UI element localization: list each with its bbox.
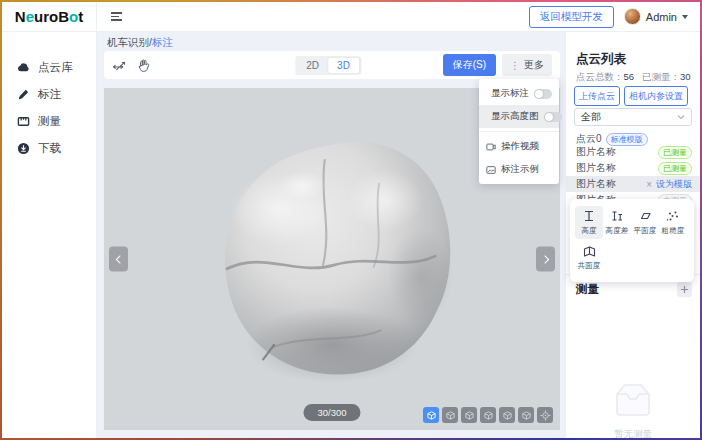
image-name: 图片名称: [576, 145, 616, 159]
coplanarity-icon: [583, 245, 596, 257]
menu-item-annotation-example[interactable]: 标注示例: [479, 158, 559, 181]
download-icon: [17, 142, 30, 155]
image-list-item[interactable]: 图片名称 已测量: [566, 160, 700, 176]
main-area: 机车识别/标注 2D 3D 保存(S) ⋮更多: [97, 32, 565, 438]
tooth-model[interactable]: [187, 131, 477, 403]
reset-view-button[interactable]: [537, 407, 553, 423]
image-pager: 30/300: [303, 404, 360, 421]
view-front-button[interactable]: [423, 407, 439, 423]
canvas-toolbar: 2D 3D 保存(S) ⋮更多: [104, 51, 560, 79]
sidebar-item-measure[interactable]: 测量: [2, 108, 96, 135]
more-button-label: 更多: [524, 58, 544, 72]
view-2d-button[interactable]: 2D: [297, 58, 328, 73]
sidebar-item-label: 点云库: [38, 60, 73, 75]
total-label: 点云总数：: [576, 71, 624, 82]
show-annotation-toggle[interactable]: [534, 89, 552, 99]
measure-empty-state: 暂无测量: [566, 380, 700, 438]
camera-button-label: 相机内参设置: [629, 91, 683, 101]
plus-icon: [680, 285, 689, 294]
breadcrumb: 机车识别/标注: [97, 32, 565, 50]
menu-item-label: 标注示例: [501, 163, 552, 176]
set-template-link[interactable]: 设为模版: [656, 178, 692, 191]
measure-section-header: 测量: [576, 282, 692, 297]
row-actions: × 设为模版: [646, 178, 692, 191]
breadcrumb-parent: 机车识别: [107, 36, 149, 48]
more-button[interactable]: ⋮更多: [502, 54, 552, 76]
view-right-button[interactable]: [518, 407, 534, 423]
hand-grab-icon[interactable]: [137, 58, 151, 73]
crosshair-icon: [540, 410, 551, 421]
tool-label: 平面度: [634, 225, 657, 235]
avatar: [624, 8, 641, 25]
view-left-button[interactable]: [499, 407, 515, 423]
user-menu[interactable]: Admin: [624, 8, 688, 25]
measure-icon: [17, 115, 30, 128]
pan-icon[interactable]: [112, 58, 127, 73]
flatness-icon: [639, 210, 652, 222]
logo-gear-e: e: [26, 8, 34, 25]
menu-item-show-annotation[interactable]: 显示标注: [479, 82, 559, 105]
view-back-button[interactable]: [442, 407, 458, 423]
filter-select[interactable]: 全部: [574, 108, 692, 126]
chevron-left-icon: [115, 255, 123, 263]
save-button[interactable]: 保存(S): [443, 54, 496, 76]
roughness-icon: [667, 210, 679, 222]
panel-stats: 点云总数：56 已测量：30: [576, 71, 694, 84]
user-name: Admin: [646, 11, 677, 23]
menu-divider: [479, 131, 559, 132]
view-3d-button[interactable]: 3D: [328, 58, 359, 73]
image-list-item[interactable]: 图片名称 已测量: [566, 144, 700, 160]
add-measure-button[interactable]: [677, 282, 692, 297]
sidebar-item-annotate[interactable]: 标注: [2, 81, 96, 108]
close-icon[interactable]: ×: [646, 179, 652, 190]
chevron-right-icon: [540, 255, 548, 263]
menu-item-label: 显示高度图: [491, 110, 539, 123]
save-button-label: 保存(S): [453, 59, 486, 70]
header-right: 返回模型开发 Admin: [529, 6, 700, 28]
view-bottom-button[interactable]: [480, 407, 496, 423]
image-list-item-selected[interactable]: 图片名称 × 设为模版: [566, 176, 700, 192]
total-value: 56: [624, 71, 635, 82]
prev-image-button[interactable]: [109, 247, 128, 272]
panel-buttons: 上传点云 相机内参设置: [574, 86, 696, 106]
pointcloud-panel: 点云列表 点云总数：56 已测量：30 上传点云 相机内参设置 全部 点云0 标…: [565, 32, 700, 438]
filter-value: 全部: [581, 110, 601, 124]
measure-title: 测量: [576, 282, 599, 297]
toolbar-left: [112, 58, 151, 73]
next-image-button[interactable]: [536, 247, 555, 272]
back-to-model-dev-button[interactable]: 返回模型开发: [529, 6, 614, 28]
menu-item-label: 操作视频: [501, 140, 552, 153]
chevron-down-icon: [677, 114, 685, 120]
sidebar-item-pointcloud-library[interactable]: 点云库: [2, 54, 96, 81]
logo-part: B: [58, 8, 69, 25]
window-frame: NeuroBot 返回模型开发 Admin 点云库 标注 测量 下载: [0, 0, 702, 440]
tool-roughness[interactable]: 粗糙度: [659, 206, 687, 239]
measured-badge: 已测量: [658, 162, 692, 175]
logo-gear-o: o: [49, 8, 58, 25]
show-height-map-toggle[interactable]: [544, 112, 562, 122]
image-name: 图片名称: [576, 177, 616, 191]
camera-params-button[interactable]: 相机内参设置: [624, 86, 688, 106]
menu-item-label: 显示标注: [491, 87, 529, 100]
sidebar: 点云库 标注 测量 下载: [2, 32, 97, 438]
back-button-label: 返回模型开发: [540, 10, 603, 22]
app-logo: NeuroBot: [2, 2, 97, 32]
tool-height-diff[interactable]: 高度差: [603, 206, 631, 239]
empty-box-icon: [607, 380, 659, 420]
measured-badge: 已测量: [658, 146, 692, 159]
chevron-down-icon: [682, 15, 688, 19]
tool-label: 共面度: [578, 260, 601, 270]
empty-text: 暂无测量: [614, 428, 652, 438]
tool-coplanarity[interactable]: 共面度: [575, 241, 603, 274]
breadcrumb-current[interactable]: 标注: [152, 36, 173, 48]
collapse-menu-icon[interactable]: [111, 12, 122, 21]
view-top-button[interactable]: [461, 407, 477, 423]
menu-item-show-height-map[interactable]: 显示高度图: [479, 105, 559, 128]
upload-pointcloud-button[interactable]: 上传点云: [574, 86, 620, 106]
panel-title: 点云列表: [576, 51, 626, 68]
tool-flatness[interactable]: 平面度: [631, 206, 659, 239]
pen-icon: [17, 88, 30, 101]
tool-height[interactable]: 高度: [575, 206, 603, 239]
menu-item-operation-video[interactable]: 操作视频: [479, 135, 559, 158]
sidebar-item-download[interactable]: 下载: [2, 135, 96, 162]
